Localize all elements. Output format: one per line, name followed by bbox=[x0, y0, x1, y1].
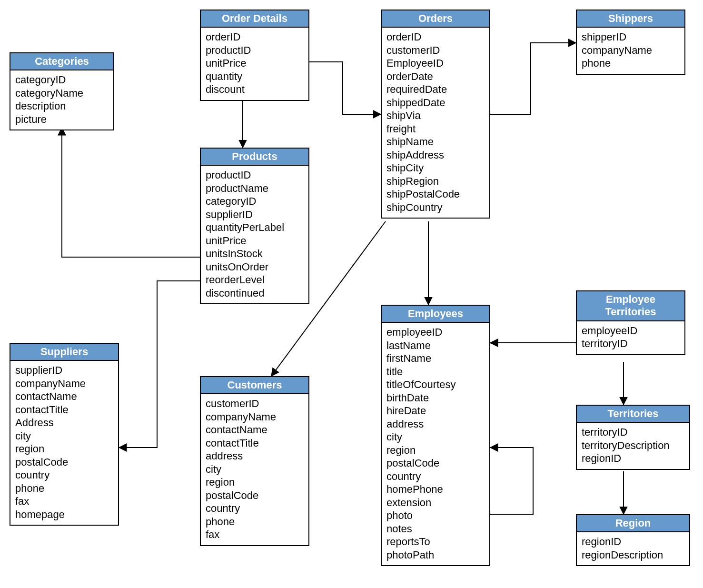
entity-orders-title: Orders bbox=[382, 10, 489, 28]
field: customerID bbox=[386, 44, 485, 57]
field: postalCode bbox=[206, 489, 304, 502]
entity-territories-body: territoryID territoryDescription regionI… bbox=[577, 423, 689, 469]
field: address bbox=[206, 449, 304, 463]
field: region bbox=[386, 444, 485, 457]
field: supplierID bbox=[206, 208, 304, 221]
field: homePhone bbox=[386, 483, 485, 496]
entity-employees-body: employeeID lastName firstName title titl… bbox=[382, 323, 489, 565]
field: firstName bbox=[386, 352, 485, 365]
entity-shippers-body: shipperID companyName phone bbox=[577, 28, 684, 74]
field: productID bbox=[206, 44, 304, 57]
field: fax bbox=[15, 495, 113, 508]
field: contactTitle bbox=[15, 403, 113, 417]
entity-suppliers: Suppliers supplierID companyName contact… bbox=[10, 343, 119, 526]
field: homepage bbox=[15, 508, 113, 521]
entity-employees-title: Employees bbox=[382, 306, 489, 323]
field: shipVia bbox=[386, 109, 485, 122]
field: phone bbox=[582, 57, 680, 70]
field: region bbox=[206, 476, 304, 489]
field: notes bbox=[386, 522, 485, 536]
field: shipAddress bbox=[386, 149, 485, 162]
field: orderID bbox=[206, 30, 304, 44]
field: regionID bbox=[582, 535, 684, 548]
field: country bbox=[15, 468, 113, 482]
field: photo bbox=[386, 509, 485, 522]
field: EmployeeID bbox=[386, 57, 485, 70]
field: companyName bbox=[582, 44, 680, 57]
field: unitsOnOrder bbox=[206, 260, 304, 274]
entity-employees: Employees employeeID lastName firstName … bbox=[381, 305, 490, 566]
field: supplierID bbox=[15, 364, 113, 377]
field: postalCode bbox=[386, 457, 485, 470]
entity-region-body: regionID regionDescription bbox=[577, 532, 689, 565]
entity-customers-body: customerID companyName contactName conta… bbox=[201, 394, 308, 545]
field: titleOfCourtesy bbox=[386, 378, 485, 391]
entity-order-details-title: Order Details bbox=[201, 10, 308, 28]
rel-products-suppliers bbox=[119, 281, 200, 448]
field: extension bbox=[386, 496, 485, 509]
entity-suppliers-body: supplierID companyName contactName conta… bbox=[10, 361, 118, 525]
field: territoryDescription bbox=[582, 439, 684, 452]
entity-territories: Territories territoryID territoryDescrip… bbox=[576, 405, 690, 470]
entity-products-title: Products bbox=[201, 149, 308, 166]
field: categoryID bbox=[206, 195, 304, 208]
field: contactTitle bbox=[206, 437, 304, 450]
entity-categories-body: categoryID categoryName description pict… bbox=[10, 70, 113, 130]
entity-shippers: Shippers shipperID companyName phone bbox=[576, 10, 685, 75]
field: hireDate bbox=[386, 404, 485, 418]
field: title bbox=[386, 365, 485, 379]
field: productID bbox=[206, 169, 304, 182]
field: country bbox=[386, 470, 485, 483]
field: city bbox=[386, 430, 485, 444]
field: discount bbox=[206, 83, 304, 96]
field: unitsInStock bbox=[206, 247, 304, 260]
field: productName bbox=[206, 182, 304, 195]
entity-orders: Orders orderID customerID EmployeeID ord… bbox=[381, 10, 490, 219]
field: reorderLevel bbox=[206, 273, 304, 287]
field: companyName bbox=[15, 377, 113, 390]
field: lastName bbox=[386, 339, 485, 352]
field: shipRegion bbox=[386, 175, 485, 188]
field: shipName bbox=[386, 135, 485, 149]
field: picture bbox=[15, 113, 109, 126]
field: postalCode bbox=[15, 456, 113, 469]
entity-order-details: Order Details orderID productID unitPric… bbox=[200, 10, 309, 101]
entity-categories-title: Categories bbox=[10, 53, 113, 70]
field: freight bbox=[386, 122, 485, 136]
field: reportsTo bbox=[386, 535, 485, 548]
entity-territories-title: Territories bbox=[577, 406, 689, 423]
entity-categories: Categories categoryID categoryName descr… bbox=[10, 52, 114, 130]
entity-products-body: productID productName categoryID supplie… bbox=[201, 166, 308, 303]
rel-products-categories bbox=[62, 128, 200, 257]
entity-employee-territories: Employee Territories employeeID territor… bbox=[576, 290, 685, 355]
field: regionID bbox=[582, 452, 684, 465]
field: shipPostalCode bbox=[386, 188, 485, 201]
field: territoryID bbox=[582, 337, 680, 350]
field: companyName bbox=[206, 410, 304, 424]
field: orderID bbox=[386, 30, 485, 44]
field: quantityPerLabel bbox=[206, 221, 304, 234]
entity-customers-title: Customers bbox=[201, 377, 308, 394]
field: phone bbox=[15, 482, 113, 495]
rel-orders-shippers bbox=[490, 43, 576, 114]
rel-employees-self bbox=[490, 448, 533, 514]
entity-region: Region regionID regionDescription bbox=[576, 514, 690, 566]
field: shipperID bbox=[582, 30, 680, 44]
field: orderDate bbox=[386, 70, 485, 83]
field: region bbox=[15, 442, 113, 456]
field: customerID bbox=[206, 397, 304, 410]
field: discontinued bbox=[206, 287, 304, 300]
field: fax bbox=[206, 528, 304, 541]
entity-employee-territories-title: Employee Territories bbox=[577, 291, 684, 321]
field: description bbox=[15, 100, 109, 113]
field: photoPath bbox=[386, 548, 485, 562]
field: employeeID bbox=[582, 324, 680, 338]
rel-orderdetails-orders bbox=[309, 62, 381, 114]
entity-shippers-title: Shippers bbox=[577, 10, 684, 28]
entity-customers: Customers customerID companyName contact… bbox=[200, 376, 309, 546]
field: contactName bbox=[15, 390, 113, 403]
entity-orders-body: orderID customerID EmployeeID orderDate … bbox=[382, 28, 489, 218]
field: contactName bbox=[206, 423, 304, 437]
field: unitPrice bbox=[206, 57, 304, 70]
field: categoryID bbox=[15, 73, 109, 87]
